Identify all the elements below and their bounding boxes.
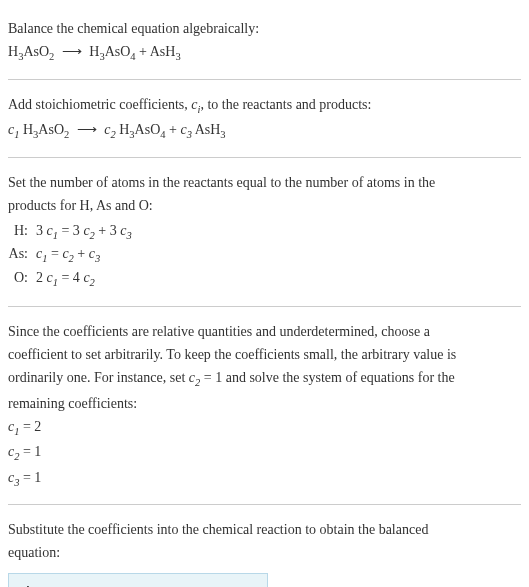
rhs-h: H bbox=[89, 44, 99, 59]
stoich-intro: Add stoichiometric coefficients, ci, to … bbox=[8, 94, 521, 118]
sp3: AsH bbox=[192, 122, 220, 137]
sub-3c: 3 bbox=[175, 51, 180, 62]
stoich-section: Add stoichiometric coefficients, ci, to … bbox=[8, 84, 521, 153]
atoms-intro1: Set the number of atoms in the reactants… bbox=[8, 172, 521, 193]
subst-section: Substitute the coefficients into the che… bbox=[8, 509, 521, 587]
arrow: ⟶ bbox=[58, 44, 86, 59]
atom-eq: c1 = c2 + c3 bbox=[36, 243, 100, 267]
atoms-intro2: products for H, As and O: bbox=[8, 195, 521, 216]
sp1: H bbox=[19, 122, 33, 137]
atom-label: O: bbox=[8, 267, 36, 288]
intro-a: Add stoichiometric coefficients, bbox=[8, 97, 191, 112]
atom-row-as: As: c1 = c2 + c3 bbox=[8, 243, 521, 267]
c2: c2 bbox=[104, 122, 115, 137]
c3: c3 bbox=[180, 122, 191, 137]
unbalanced-equation: H3AsO2 ⟶ H3AsO4 + AsH3 bbox=[8, 41, 521, 65]
divider-2 bbox=[8, 157, 521, 158]
divider-4 bbox=[8, 504, 521, 505]
solve-p4: remaining coefficients: bbox=[8, 393, 521, 414]
answer-box: Answer: 2 H3AsO2 ⟶ H3AsO4 + AsH3 bbox=[8, 573, 268, 587]
atom-label: H: bbox=[8, 220, 36, 241]
divider-3 bbox=[8, 306, 521, 307]
subst-p1: Substitute the coefficients into the che… bbox=[8, 519, 521, 540]
atom-eq: 2 c1 = 4 c2 bbox=[36, 267, 95, 291]
title: Balance the chemical equation algebraica… bbox=[8, 18, 521, 39]
intro-b: , to the reactants and products: bbox=[200, 97, 371, 112]
solve-p3: ordinarily one. For instance, set c2 = 1… bbox=[8, 367, 521, 391]
lhs-h: H bbox=[8, 44, 18, 59]
atom-row-o: O: 2 c1 = 4 c2 bbox=[8, 267, 521, 291]
sub-2: 2 bbox=[49, 51, 54, 62]
solve-p1: Since the coefficients are relative quan… bbox=[8, 321, 521, 342]
divider-1 bbox=[8, 79, 521, 80]
subst-p2: equation: bbox=[8, 542, 521, 563]
solve-section: Since the coefficients are relative quan… bbox=[8, 311, 521, 500]
solve-r3: c3 = 1 bbox=[8, 467, 521, 491]
stoich-equation: c1 H3AsO2 ⟶ c2 H3AsO4 + c3 AsH3 bbox=[8, 119, 521, 143]
sp2: H bbox=[116, 122, 130, 137]
solve-r1: c1 = 2 bbox=[8, 416, 521, 440]
header-section: Balance the chemical equation algebraica… bbox=[8, 8, 521, 75]
atom-table: H: 3 c1 = 3 c2 + 3 c3 As: c1 = c2 + c3 O… bbox=[8, 220, 521, 291]
arrow: ⟶ bbox=[73, 122, 101, 137]
atom-row-h: H: 3 c1 = 3 c2 + 3 c3 bbox=[8, 220, 521, 244]
atom-label: As: bbox=[8, 243, 36, 264]
c1: c1 bbox=[8, 122, 19, 137]
solve-p2: coefficient to set arbitrarily. To keep … bbox=[8, 344, 521, 365]
solve-r2: c2 = 1 bbox=[8, 441, 521, 465]
lhs-aso: AsO bbox=[23, 44, 49, 59]
atoms-section: Set the number of atoms in the reactants… bbox=[8, 162, 521, 303]
rhs-aso: AsO bbox=[105, 44, 131, 59]
atom-eq: 3 c1 = 3 c2 + 3 c3 bbox=[36, 220, 132, 244]
plus: + bbox=[166, 122, 181, 137]
sp1b: AsO bbox=[38, 122, 64, 137]
rhs-ash: + AsH bbox=[136, 44, 176, 59]
sp2b: AsO bbox=[135, 122, 161, 137]
